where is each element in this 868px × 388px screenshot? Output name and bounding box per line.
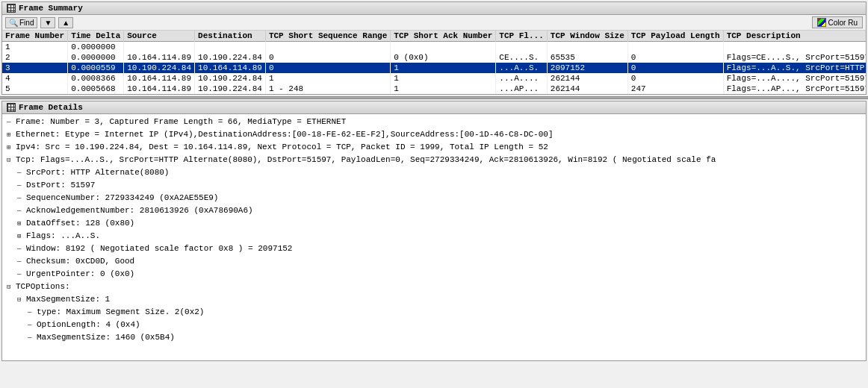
table-cell: 1 [2,42,68,53]
table-cell: 1 [391,63,496,73]
detail-line[interactable]: ─ MaxSegmentSize: 1460 (0x5B4) [2,331,866,344]
expand-icon[interactable]: ⊟ [7,154,16,166]
grid-icon [7,4,16,13]
col-tcp-short-ack: TCP Short Ack Number [391,31,496,42]
find-button[interactable]: 🔍 Find [5,17,37,28]
table-cell: Flags=...A...., SrcPort=51597, DstPort=H… [723,73,866,84]
detail-text: SequenceNumber: 2729334249 (0xA2AE55E9) [26,193,218,202]
detail-text: AcknowledgementNumber: 2810613926 (0xA78… [26,206,253,215]
detail-text: MaxSegmentSize: 1460 (0x5B4) [37,333,175,342]
table-cell: 0.0008366 [68,73,124,84]
detail-text: type: Maximum Segment Size. 2(0x2) [37,307,204,316]
frame-summary-table: Frame Number Time Delta Source Destinati… [2,31,866,94]
detail-text: Flags: ...A..S. [26,231,100,240]
table-row[interactable]: 20.000000010.164.114.8910.190.224.8400 (… [2,52,866,63]
table-cell: ...A.... [496,73,547,84]
table-cell [627,42,723,53]
table-cell: 262144 [547,73,627,84]
frame-details-title: Frame Details [19,103,83,112]
frame-details-content[interactable]: ─ Frame: Number = 3, Captured Frame Leng… [2,114,866,360]
leaf-icon: ─ [7,116,16,128]
frame-summary-panel: Frame Summary 🔍 Find ▼ ▲ Color Ru Frame … [1,1,867,95]
detail-line[interactable]: ─ AcknowledgementNumber: 2810613926 (0xA… [2,204,866,217]
frame-details-header: Frame Details [2,101,866,114]
detail-line[interactable]: ─ OptionLength: 4 (0x4) [2,319,866,331]
expand-icon[interactable]: ⊞ [7,142,16,154]
col-source: Source [124,31,195,42]
detail-text: Window: 8192 ( Negotiated scale factor 0… [26,244,292,253]
expand-icon[interactable]: ⊟ [17,294,26,306]
table-cell: Flags=...A..S., SrcPort=HTTP Alternate(8… [723,63,866,73]
table-cell: 0 [265,52,390,63]
down-arrow-button[interactable]: ▼ [40,17,55,28]
table-cell: 0 [627,52,723,63]
table-row[interactable]: 30.000055910.190.224.8410.164.114.8901..… [2,63,866,73]
detail-text: OptionLength: 4 (0x4) [37,320,140,329]
table-cell: 10.164.114.89 [124,84,195,94]
table-cell: 1 - 248 [265,84,390,94]
col-frame-number: Frame Number [2,31,68,42]
detail-line[interactable]: ⊟ Tcp: Flags=...A..S., SrcPort=HTTP Alte… [2,154,866,166]
table-row[interactable]: 50.000566810.164.114.8910.190.224.841 - … [2,84,866,94]
detail-line[interactable]: ─ SequenceNumber: 2729334249 (0xA2AE55E9… [2,192,866,204]
detail-text: DstPort: 51597 [26,181,95,190]
detail-line[interactable]: ⊞ Ethernet: Etype = Internet IP (IPv4),D… [2,128,866,141]
detail-line[interactable]: ─ Window: 8192 ( Negotiated scale factor… [2,242,866,255]
detail-text: DataOffset: 128 (0x80) [26,219,134,228]
frame-summary-table-wrapper[interactable]: Frame Number Time Delta Source Destinati… [2,31,866,94]
table-cell: 1 [391,84,496,94]
color-swatch-icon [817,18,826,27]
table-cell: 262144 [547,84,627,94]
table-cell: 10.164.114.89 [124,73,195,84]
expand-icon[interactable]: ⊞ [17,231,26,242]
down-arrow-icon: ▼ [44,19,52,27]
detail-line[interactable]: ─ DstPort: 51597 [2,179,866,192]
detail-line[interactable]: ⊞ Ipv4: Src = 10.190.224.84, Dest = 10.1… [2,141,866,154]
table-cell: 0.0000000 [68,42,124,53]
detail-line[interactable]: ⊞ DataOffset: 128 (0x80) [2,217,866,230]
panel-separator[interactable] [0,96,868,99]
detail-line[interactable]: ⊟ TCPOptions: [2,281,866,293]
table-cell: 10.190.224.84 [195,73,266,84]
col-time-delta: Time Delta [68,31,124,42]
col-tcp-payload: TCP Payload Length [627,31,723,42]
detail-text: TCPOptions: [16,282,70,291]
detail-text: Ipv4: Src = 10.190.224.84, Dest = 10.164… [16,143,548,151]
table-cell: ...AP... [496,84,547,94]
detail-line[interactable]: ─ type: Maximum Segment Size. 2(0x2) [2,306,866,319]
detail-text: Frame: Number = 3, Captured Frame Length… [16,117,346,126]
frame-summary-title: Frame Summary [19,4,83,13]
table-cell: Flags=...AP..., SrcPort=51597, DstPort=H… [723,84,866,94]
up-arrow-icon: ▲ [62,19,69,27]
frame-summary-toolbar: 🔍 Find ▼ ▲ Color Ru [2,15,866,31]
detail-line[interactable]: ─ SrcPort: HTTP Alternate(8080) [2,166,866,179]
expand-icon[interactable]: ⊞ [7,129,16,141]
table-cell [195,42,266,53]
detail-line[interactable]: ─ Checksum: 0xCD0D, Good [2,255,866,268]
detail-text: Tcp: Flags=...A..S., SrcPort=HTTP Altern… [16,155,716,164]
detail-line[interactable]: ⊟ MaxSegmentSize: 1 [2,293,866,306]
expand-icon[interactable]: ⊞ [17,218,26,230]
leaf-icon: ─ [17,269,26,281]
expand-icon[interactable]: ⊟ [7,281,16,293]
up-arrow-button[interactable]: ▲ [58,17,73,28]
leaf-icon: ─ [17,256,26,268]
detail-line[interactable]: ⊞ Flags: ...A..S. [2,230,866,242]
leaf-icon: ─ [17,167,26,179]
table-header-row: Frame Number Time Delta Source Destinati… [2,31,866,42]
table-cell [124,42,195,53]
table-row[interactable]: 10.0000000 [2,42,866,53]
table-cell: 10.164.114.89 [195,63,266,73]
color-rule-button[interactable]: Color Ru [812,16,863,28]
detail-line[interactable]: ─ Frame: Number = 3, Captured Frame Leng… [2,116,866,128]
table-cell: 65535 [547,52,627,63]
leaf-icon: ─ [17,180,26,192]
detail-line[interactable]: ─ UrgentPointer: 0 (0x0) [2,268,866,281]
table-cell [265,42,390,53]
detail-text: Checksum: 0xCD0D, Good [26,257,134,266]
table-cell: 247 [627,84,723,94]
table-cell: 5 [2,84,68,94]
table-cell: 1 [391,73,496,84]
table-row[interactable]: 40.000836610.164.114.8910.190.224.8411..… [2,73,866,84]
detail-text: SrcPort: HTTP Alternate(8080) [26,168,169,177]
